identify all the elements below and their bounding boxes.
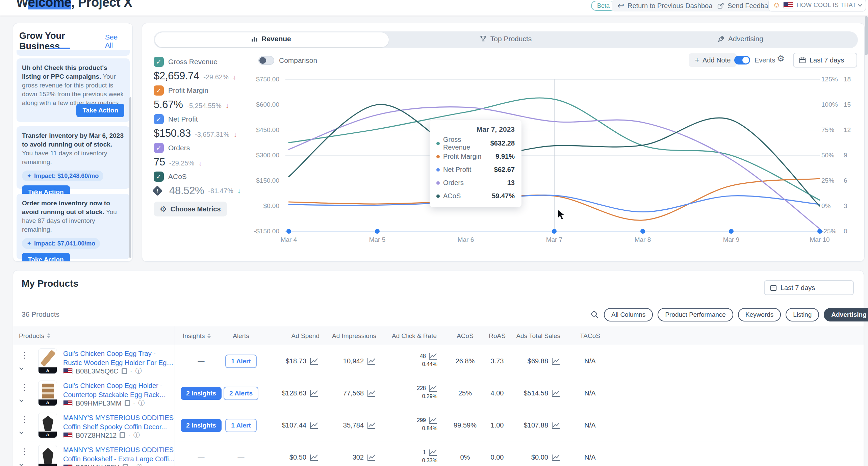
see-all-link[interactable]: See All (105, 33, 126, 49)
y-axis-tick: $300.00 (251, 152, 279, 159)
product-title-link[interactable]: Gui's Chicken Coop Egg Tray - Rustic Woo… (63, 349, 175, 367)
alerts-pill[interactable]: 2 Alerts (224, 387, 258, 400)
events-toggle[interactable] (734, 56, 750, 64)
line-chart-icon[interactable] (429, 417, 437, 424)
product-asin: B09HMLVSEY (76, 464, 120, 466)
line-chart-icon[interactable] (429, 449, 437, 456)
filter-advertising[interactable]: Advertising (824, 308, 868, 321)
column-alerts[interactable]: Alerts (223, 326, 259, 345)
product-title-link[interactable]: Gui's Chicken Coop Egg Holder - Countert… (63, 381, 175, 399)
take-action-button[interactable]: Take Action (76, 104, 124, 117)
y-axis-tick: $450.00 (251, 126, 279, 134)
copy-icon[interactable] (120, 432, 125, 438)
sidebar-scrollbar[interactable] (129, 97, 131, 258)
ad-impressions-value: 77,568 (343, 389, 364, 397)
ads-total-sales-value: $69.88 (528, 357, 548, 365)
product-row: ⋮ a MANNY'S MYSTERIOUS ODDITIES Coffin S… (13, 409, 864, 441)
row-expand-chevron-icon[interactable] (20, 397, 23, 403)
line-chart-icon[interactable] (429, 353, 437, 360)
us-flag-icon (63, 368, 73, 374)
alerts-pill[interactable]: 1 Alert (225, 419, 256, 432)
take-action-button[interactable]: Take Action (22, 253, 70, 262)
chart-date-range-picker[interactable]: Last 7 days (793, 53, 857, 68)
info-icon[interactable]: ⓘ (135, 367, 142, 376)
tab-top-products[interactable]: Top Products (480, 35, 532, 43)
event-marker (375, 229, 380, 234)
y-axis-tick: $150.00 (251, 177, 279, 184)
product-title-link[interactable]: MANNY'S MYSTERIOUS ODDITIES Coffin Books… (63, 445, 175, 464)
metric-checkbox[interactable]: ✓ (154, 85, 164, 96)
copy-icon[interactable] (123, 464, 128, 466)
column-acos[interactable]: ACoS (448, 326, 482, 345)
products-filterbar: All Columns Product Performance Keywords… (590, 308, 868, 321)
return-to-previous-dashboard-button[interactable]: ↩ Return to Previous Dashboard (612, 0, 724, 11)
copy-icon[interactable] (125, 400, 130, 406)
row-expand-chevron-icon[interactable] (20, 461, 23, 466)
product-thumbnail: a (38, 445, 57, 466)
y-axis-tick: $600.00 (251, 101, 279, 108)
row-menu-kebab-icon[interactable]: ⋮ (21, 447, 29, 456)
row-expand-chevron-icon[interactable] (20, 365, 23, 371)
filter-keywords[interactable]: Keywords (738, 308, 781, 321)
products-table-header: Products Insights Alerts Ad Spend Ad Imp… (13, 326, 864, 345)
info-icon[interactable]: ⓘ (138, 399, 145, 408)
line-chart-icon[interactable] (552, 358, 560, 365)
column-tacos[interactable]: TACoS (573, 326, 607, 345)
product-title-link[interactable]: MANNY'S MYSTERIOUS ODDITIES Coffin Shelf… (63, 413, 175, 432)
tab-revenue[interactable]: Revenue (251, 35, 291, 43)
impact-badge: ✦Impact: $7,041.00/mo (22, 238, 100, 249)
tab-advertising[interactable]: Advertising (717, 35, 763, 43)
series-dot-icon (436, 155, 440, 158)
metric-checkbox[interactable]: ✓ (154, 172, 164, 182)
chart-settings-gear-icon[interactable]: ⚙ (777, 54, 785, 63)
line-chart-icon[interactable] (552, 454, 560, 461)
column-ads-total-sales[interactable]: Ads Total Sales (502, 326, 560, 345)
column-ad-click-rate[interactable]: Ad Click & Rate (371, 326, 437, 345)
column-ad-impressions[interactable]: Ad Impressions (317, 326, 376, 345)
page-scrollbar[interactable] (865, 16, 868, 55)
insights-pill[interactable]: 2 Insights (181, 387, 222, 400)
rocket-icon (717, 35, 725, 43)
insights-cell: — (175, 345, 227, 377)
warning-diamond-icon: ! (152, 185, 162, 196)
filter-product-performance[interactable]: Product Performance (658, 308, 733, 321)
line-chart-icon[interactable] (552, 390, 560, 397)
acos-value: 0% (448, 441, 482, 466)
ad-spend-value: $128.63 (282, 389, 306, 397)
comparison-toggle[interactable] (258, 56, 274, 65)
choose-metrics-button[interactable]: ⚙ Choose Metrics (154, 202, 227, 216)
info-icon[interactable]: ⓘ (136, 463, 143, 466)
metric-net-profit: ✓ Net Profit $150.83 -3,657.31% ↓ (154, 114, 248, 139)
y-axis-tick: $0.00 (251, 202, 279, 210)
line-chart-icon[interactable] (429, 385, 437, 392)
growth-tip-card: Order more inventory now to avoid runnin… (17, 194, 130, 259)
column-ad-spend[interactable]: Ad Spend (260, 326, 320, 345)
alerts-pill[interactable]: 1 Alert (225, 355, 256, 368)
metric-acos: ✓ ACoS ! 48.52% -81.47% ↓ (154, 172, 248, 197)
search-icon[interactable] (590, 310, 599, 319)
line-chart-icon[interactable] (552, 422, 560, 429)
row-menu-kebab-icon[interactable]: ⋮ (21, 351, 29, 360)
products-date-range-picker[interactable]: Last 7 days (764, 280, 854, 295)
row-menu-kebab-icon[interactable]: ⋮ (21, 383, 29, 392)
account-dropdown[interactable]: ☺ HOW COOL IS THAT (768, 0, 866, 11)
copy-icon[interactable] (122, 368, 127, 374)
metric-checkbox[interactable]: ✓ (154, 114, 164, 124)
amazon-badge: a (39, 367, 57, 373)
add-note-button[interactable]: + Add Note (689, 53, 737, 67)
row-menu-kebab-icon[interactable]: ⋮ (21, 415, 29, 424)
metric-checkbox[interactable]: ✓ (154, 57, 164, 67)
x-axis-tick: Mar 4 (274, 236, 304, 243)
column-insights[interactable]: Insights (183, 326, 211, 345)
line-chart[interactable] (284, 76, 824, 235)
insights-pill[interactable]: 2 Insights (181, 419, 222, 432)
row-expand-chevron-icon[interactable] (20, 429, 23, 435)
trend-down-icon: ↓ (233, 131, 237, 138)
info-icon[interactable]: ⓘ (133, 431, 140, 440)
tacos-value: N/A (573, 377, 607, 409)
filter-listing[interactable]: Listing (786, 308, 819, 321)
filter-all-columns[interactable]: All Columns (604, 308, 653, 321)
column-products[interactable]: Products (19, 326, 50, 345)
amazon-badge: a (39, 464, 57, 466)
metric-checkbox[interactable]: ✓ (154, 143, 164, 153)
